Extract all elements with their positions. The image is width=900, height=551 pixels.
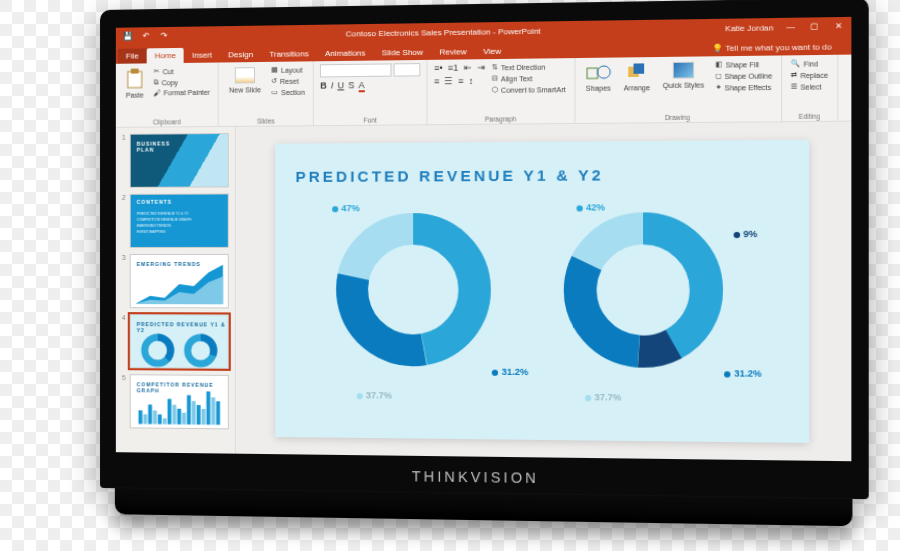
shape-outline-button[interactable]: ◻ Shape Outline [713,70,775,81]
cut-button[interactable]: ✂ Cut [152,66,212,77]
strike-button[interactable]: S [348,80,354,92]
bullets-button[interactable]: ≡• [434,63,443,73]
thumb4-title: PREDICTED REVENUE Y1 & Y2 [137,321,228,333]
current-slide[interactable]: PREDICTED REVENUE Y1 & Y2 47% 37.7% [275,140,809,443]
tab-design[interactable]: Design [220,47,261,63]
donut-mini-icon [141,333,175,367]
cut-label: Cut [163,68,174,75]
group-editing-label: Editing [788,112,830,120]
numbering-button[interactable]: ≡1 [448,63,459,73]
donut-y2-svg [553,202,733,379]
shapes-button[interactable]: Shapes [581,61,615,94]
svg-rect-28 [211,397,215,424]
thumb-slide-1[interactable]: BUSINESSPLAN [130,133,229,188]
shape-effects-button[interactable]: ✦ Shape Effects [713,82,775,93]
donut-y1-svg [326,203,501,377]
tab-file[interactable]: File [118,48,147,63]
undo-icon[interactable]: ↶ [140,30,152,42]
tab-animations[interactable]: Animations [317,45,374,61]
indent-inc-button[interactable]: ⇥ [477,62,485,72]
group-drawing-label: Drawing [581,113,774,122]
maximize-icon[interactable]: ▢ [808,20,821,33]
select-button[interactable]: ☰ Select [788,81,830,92]
find-button[interactable]: 🔍 Find [788,58,830,69]
account-name[interactable]: Katie Jordan [725,23,773,33]
shapes-icon [586,63,611,82]
thumb-number: 1 [122,134,126,188]
close-icon[interactable]: ✕ [832,20,845,33]
thumb-slide-3[interactable]: EMERGING TRENDS [130,254,229,308]
tab-home[interactable]: Home [147,48,184,64]
paste-label: Paste [126,92,144,99]
paste-button[interactable]: Paste [122,66,148,100]
underline-button[interactable]: U [337,80,344,92]
thumb-number: 3 [122,254,126,308]
monitor: 💾 ↶ ↷ Contoso Electronics Sales Presenta… [100,0,869,522]
svg-rect-16 [177,409,181,425]
font-size-select[interactable] [394,63,421,77]
indent-dec-button[interactable]: ⇤ [464,62,472,72]
svg-rect-23 [163,418,167,424]
reset-button[interactable]: ↺ Reset [269,76,307,87]
thumbnail-3: 3 EMERGING TRENDS [122,254,229,308]
group-clipboard: Paste ✂ Cut ⧉ Copy 🖌 Format Painter Clip… [116,63,219,127]
svg-rect-17 [187,395,191,424]
new-slide-button[interactable]: New Slide [225,65,265,98]
tell-me-search[interactable]: 💡 Tell me what you want to do [704,39,841,56]
layout-button[interactable]: ▦ Layout [269,64,307,75]
new-slide-label: New Slide [229,86,261,93]
thumb1-line2: PLAN [137,147,155,153]
svg-rect-18 [197,405,201,425]
text-direction-button[interactable]: ⇅ Text Direction [490,61,568,72]
ribbon-body: Paste ✂ Cut ⧉ Copy 🖌 Format Painter Clip… [116,55,852,128]
thumbnail-1: 1 BUSINESSPLAN [122,133,229,188]
d1-label-b: 37.7% [366,390,392,400]
format-painter-button[interactable]: 🖌 Format Painter [152,88,212,98]
svg-rect-21 [143,414,147,424]
align-text-button[interactable]: ⊟ Align Text [490,73,568,84]
tab-insert[interactable]: Insert [184,47,220,63]
tab-transitions[interactable]: Transitions [261,46,317,62]
autosave-icon[interactable]: 💾 [122,31,134,43]
svg-rect-20 [216,401,220,425]
section-button[interactable]: ▭ Section [269,87,307,98]
thumb-slide-2[interactable]: CONTENTS PREDICTED REVENUE Y1 & Y2 COMPE… [130,193,229,248]
tab-view[interactable]: View [475,43,510,59]
bold-button[interactable]: B [320,80,327,92]
shape-fill-button[interactable]: ◧ Shape Fill [713,59,775,70]
font-color-button[interactable]: A [358,80,364,92]
line-spacing-button[interactable]: ↕ [469,76,474,86]
group-font-label: Font [320,116,420,124]
redo-icon[interactable]: ↷ [158,30,170,42]
group-paragraph-label: Paragraph [434,115,568,123]
thumb-number: 2 [122,194,126,248]
italic-button[interactable]: I [331,80,334,92]
minimize-icon[interactable]: — [784,21,797,34]
thumbnail-2: 2 CONTENTS PREDICTED REVENUE Y1 & Y2 COM… [122,193,229,248]
paste-icon [126,68,144,88]
donut-chart-y2: 42% 9% 37.7% 31.2% [553,202,755,410]
replace-button[interactable]: ⇄ Replace [788,70,830,81]
svg-rect-27 [201,409,205,425]
quick-styles-button[interactable]: Quick Styles [659,59,709,93]
align-left-button[interactable]: ≡ [434,76,439,86]
slide-canvas-area[interactable]: PREDICTED REVENUE Y1 & Y2 47% 37.7% [236,122,852,462]
tab-review[interactable]: Review [431,44,475,60]
align-center-button[interactable]: ☰ [445,76,453,86]
align-text-label: Align Text [501,75,533,83]
layout-label: Layout [281,66,302,73]
thumb-slide-5[interactable]: COMPETITOR REVENUE GRAPH [130,374,229,429]
quick-styles-label: Quick Styles [663,81,704,89]
d2-label-d: 31.2% [734,368,761,379]
align-right-button[interactable]: ≡ [458,76,463,86]
convert-smartart-button[interactable]: ⬡ Convert to SmartArt [490,84,568,95]
reset-label: Reset [280,77,299,84]
tab-slideshow[interactable]: Slide Show [374,45,432,61]
font-family-select[interactable] [320,63,392,77]
arrange-button[interactable]: Arrange [619,60,654,93]
thumb-slide-4[interactable]: PREDICTED REVENUE Y1 & Y2 [130,314,229,369]
svg-rect-13 [148,405,152,425]
svg-rect-26 [192,401,196,424]
donut-charts: 47% 37.7% 31.2% [296,202,788,411]
copy-button[interactable]: ⧉ Copy [152,77,212,88]
